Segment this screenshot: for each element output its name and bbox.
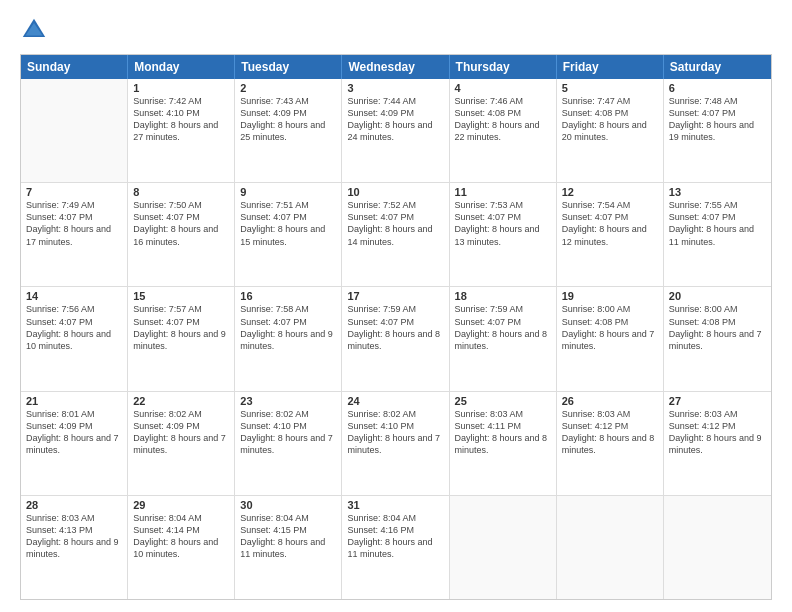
cal-week-3: 21Sunrise: 8:01 AMSunset: 4:09 PMDayligh… xyxy=(21,392,771,496)
cal-cell: 8Sunrise: 7:50 AMSunset: 4:07 PMDaylight… xyxy=(128,183,235,286)
day-number: 26 xyxy=(562,395,658,407)
cal-cell: 23Sunrise: 8:02 AMSunset: 4:10 PMDayligh… xyxy=(235,392,342,495)
cal-cell: 24Sunrise: 8:02 AMSunset: 4:10 PMDayligh… xyxy=(342,392,449,495)
day-number: 3 xyxy=(347,82,443,94)
logo-icon xyxy=(20,16,48,44)
daylight-text: Daylight: 8 hours and 8 minutes. xyxy=(347,328,443,352)
daylight-text: Daylight: 8 hours and 7 minutes. xyxy=(240,432,336,456)
logo xyxy=(20,16,52,44)
cal-day-header-monday: Monday xyxy=(128,55,235,79)
day-number: 14 xyxy=(26,290,122,302)
sunrise-text: Sunrise: 7:46 AM xyxy=(455,95,551,107)
sunset-text: Sunset: 4:07 PM xyxy=(240,316,336,328)
day-number: 23 xyxy=(240,395,336,407)
daylight-text: Daylight: 8 hours and 7 minutes. xyxy=(669,328,766,352)
cal-cell: 25Sunrise: 8:03 AMSunset: 4:11 PMDayligh… xyxy=(450,392,557,495)
day-number: 7 xyxy=(26,186,122,198)
day-number: 15 xyxy=(133,290,229,302)
day-number: 28 xyxy=(26,499,122,511)
cal-cell: 11Sunrise: 7:53 AMSunset: 4:07 PMDayligh… xyxy=(450,183,557,286)
cal-cell: 1Sunrise: 7:42 AMSunset: 4:10 PMDaylight… xyxy=(128,79,235,182)
cal-cell: 30Sunrise: 8:04 AMSunset: 4:15 PMDayligh… xyxy=(235,496,342,599)
cal-cell: 19Sunrise: 8:00 AMSunset: 4:08 PMDayligh… xyxy=(557,287,664,390)
day-number: 22 xyxy=(133,395,229,407)
sunrise-text: Sunrise: 7:55 AM xyxy=(669,199,766,211)
cal-cell xyxy=(664,496,771,599)
sunrise-text: Sunrise: 8:01 AM xyxy=(26,408,122,420)
day-number: 13 xyxy=(669,186,766,198)
sunrise-text: Sunrise: 7:52 AM xyxy=(347,199,443,211)
daylight-text: Daylight: 8 hours and 11 minutes. xyxy=(240,536,336,560)
sunset-text: Sunset: 4:11 PM xyxy=(455,420,551,432)
daylight-text: Daylight: 8 hours and 19 minutes. xyxy=(669,119,766,143)
sunrise-text: Sunrise: 8:04 AM xyxy=(133,512,229,524)
sunset-text: Sunset: 4:07 PM xyxy=(240,211,336,223)
day-number: 27 xyxy=(669,395,766,407)
cal-cell: 27Sunrise: 8:03 AMSunset: 4:12 PMDayligh… xyxy=(664,392,771,495)
cal-day-header-wednesday: Wednesday xyxy=(342,55,449,79)
day-number: 11 xyxy=(455,186,551,198)
cal-cell: 29Sunrise: 8:04 AMSunset: 4:14 PMDayligh… xyxy=(128,496,235,599)
cal-day-header-tuesday: Tuesday xyxy=(235,55,342,79)
sunrise-text: Sunrise: 7:48 AM xyxy=(669,95,766,107)
calendar: SundayMondayTuesdayWednesdayThursdayFrid… xyxy=(20,54,772,600)
cal-day-header-thursday: Thursday xyxy=(450,55,557,79)
sunset-text: Sunset: 4:07 PM xyxy=(455,211,551,223)
calendar-header: SundayMondayTuesdayWednesdayThursdayFrid… xyxy=(21,55,771,79)
day-number: 10 xyxy=(347,186,443,198)
day-number: 30 xyxy=(240,499,336,511)
day-number: 24 xyxy=(347,395,443,407)
sunset-text: Sunset: 4:09 PM xyxy=(26,420,122,432)
daylight-text: Daylight: 8 hours and 9 minutes. xyxy=(26,536,122,560)
day-number: 16 xyxy=(240,290,336,302)
day-number: 5 xyxy=(562,82,658,94)
daylight-text: Daylight: 8 hours and 15 minutes. xyxy=(240,223,336,247)
sunset-text: Sunset: 4:08 PM xyxy=(562,107,658,119)
day-number: 25 xyxy=(455,395,551,407)
day-number: 17 xyxy=(347,290,443,302)
sunset-text: Sunset: 4:10 PM xyxy=(347,420,443,432)
cal-cell: 17Sunrise: 7:59 AMSunset: 4:07 PMDayligh… xyxy=(342,287,449,390)
cal-cell: 6Sunrise: 7:48 AMSunset: 4:07 PMDaylight… xyxy=(664,79,771,182)
sunset-text: Sunset: 4:07 PM xyxy=(133,211,229,223)
cal-cell: 9Sunrise: 7:51 AMSunset: 4:07 PMDaylight… xyxy=(235,183,342,286)
sunrise-text: Sunrise: 7:50 AM xyxy=(133,199,229,211)
sunrise-text: Sunrise: 8:02 AM xyxy=(347,408,443,420)
daylight-text: Daylight: 8 hours and 7 minutes. xyxy=(133,432,229,456)
sunset-text: Sunset: 4:08 PM xyxy=(669,316,766,328)
sunset-text: Sunset: 4:07 PM xyxy=(562,211,658,223)
daylight-text: Daylight: 8 hours and 16 minutes. xyxy=(133,223,229,247)
cal-week-1: 7Sunrise: 7:49 AMSunset: 4:07 PMDaylight… xyxy=(21,183,771,287)
daylight-text: Daylight: 8 hours and 8 minutes. xyxy=(455,432,551,456)
daylight-text: Daylight: 8 hours and 20 minutes. xyxy=(562,119,658,143)
daylight-text: Daylight: 8 hours and 7 minutes. xyxy=(26,432,122,456)
sunset-text: Sunset: 4:07 PM xyxy=(669,107,766,119)
day-number: 20 xyxy=(669,290,766,302)
page: SundayMondayTuesdayWednesdayThursdayFrid… xyxy=(0,0,792,612)
daylight-text: Daylight: 8 hours and 13 minutes. xyxy=(455,223,551,247)
cal-day-header-saturday: Saturday xyxy=(664,55,771,79)
sunset-text: Sunset: 4:08 PM xyxy=(455,107,551,119)
day-number: 8 xyxy=(133,186,229,198)
cal-week-4: 28Sunrise: 8:03 AMSunset: 4:13 PMDayligh… xyxy=(21,496,771,599)
sunset-text: Sunset: 4:09 PM xyxy=(347,107,443,119)
sunrise-text: Sunrise: 7:51 AM xyxy=(240,199,336,211)
daylight-text: Daylight: 8 hours and 8 minutes. xyxy=(455,328,551,352)
day-number: 6 xyxy=(669,82,766,94)
cal-cell: 4Sunrise: 7:46 AMSunset: 4:08 PMDaylight… xyxy=(450,79,557,182)
cal-cell xyxy=(21,79,128,182)
sunset-text: Sunset: 4:09 PM xyxy=(133,420,229,432)
sunset-text: Sunset: 4:07 PM xyxy=(133,316,229,328)
daylight-text: Daylight: 8 hours and 12 minutes. xyxy=(562,223,658,247)
sunset-text: Sunset: 4:08 PM xyxy=(562,316,658,328)
cal-cell: 5Sunrise: 7:47 AMSunset: 4:08 PMDaylight… xyxy=(557,79,664,182)
cal-cell: 31Sunrise: 8:04 AMSunset: 4:16 PMDayligh… xyxy=(342,496,449,599)
daylight-text: Daylight: 8 hours and 17 minutes. xyxy=(26,223,122,247)
day-number: 4 xyxy=(455,82,551,94)
sunrise-text: Sunrise: 8:02 AM xyxy=(240,408,336,420)
day-number: 21 xyxy=(26,395,122,407)
calendar-body: 1Sunrise: 7:42 AMSunset: 4:10 PMDaylight… xyxy=(21,79,771,599)
sunrise-text: Sunrise: 7:56 AM xyxy=(26,303,122,315)
sunset-text: Sunset: 4:07 PM xyxy=(347,211,443,223)
daylight-text: Daylight: 8 hours and 27 minutes. xyxy=(133,119,229,143)
